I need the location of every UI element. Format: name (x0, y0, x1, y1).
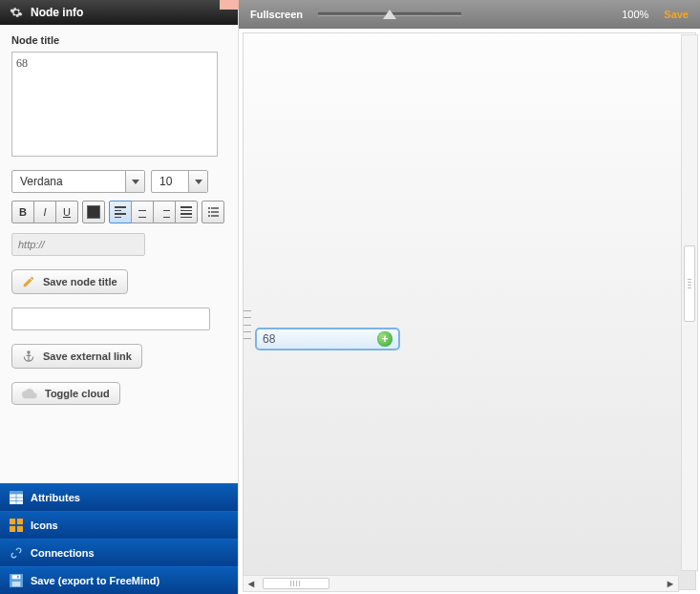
node-title-textarea[interactable] (11, 52, 218, 157)
accordion-save-export[interactable]: Save (export to FreeMind) (0, 566, 238, 594)
font-family-value: Verdana (12, 171, 125, 192)
align-left-button[interactable] (109, 201, 132, 223)
toggle-cloud-button[interactable]: Toggle cloud (11, 382, 120, 405)
italic-button[interactable]: I (33, 201, 56, 223)
accordion-connections-label: Connections (31, 547, 95, 559)
accordion-connections[interactable]: Connections (0, 539, 238, 566)
accordion-icons-label: Icons (31, 520, 58, 531)
align-center-button[interactable] (131, 201, 154, 223)
accordion: Attributes Icons Connections Save (expor… (0, 483, 238, 594)
svg-point-4 (208, 215, 210, 217)
accordion-attributes[interactable]: Attributes (0, 483, 238, 511)
align-right-button[interactable] (153, 201, 176, 223)
svg-rect-5 (211, 215, 219, 216)
accordion-save-export-label: Save (export to FreeMind) (31, 575, 159, 586)
accordion-icons[interactable]: Icons (0, 511, 238, 539)
canvas-topbar: Fullscreen 100% Save (239, 0, 700, 29)
cloud-icon (22, 388, 37, 399)
save-button[interactable]: Save (664, 9, 689, 20)
font-row: Verdana 10 (11, 170, 226, 193)
panel-header-title: Node info (31, 6, 83, 19)
bold-button[interactable]: B (11, 201, 34, 223)
mindmap-node[interactable]: 68 + (255, 328, 400, 350)
svg-rect-17 (12, 582, 21, 586)
text-color-button[interactable] (82, 201, 105, 223)
anchor-icon (22, 350, 35, 363)
font-family-select[interactable]: Verdana (11, 170, 145, 193)
svg-rect-13 (10, 526, 15, 532)
sidebar-grip-icon[interactable] (244, 310, 251, 339)
vertical-scroll-thumb[interactable] (684, 245, 695, 322)
link-icon (10, 546, 23, 560)
vertical-scrollbar[interactable] (681, 34, 698, 571)
svg-rect-14 (17, 526, 23, 532)
svg-point-0 (208, 207, 210, 209)
zoom-slider[interactable] (318, 12, 461, 16)
svg-rect-12 (17, 519, 23, 524)
list-button[interactable] (202, 201, 224, 223)
node-title-label: Node title (11, 34, 226, 46)
font-size-value: 10 (152, 171, 188, 192)
save-external-link-button[interactable]: Save external link (11, 344, 142, 369)
grid-icon (10, 519, 23, 532)
toggle-cloud-label: Toggle cloud (45, 388, 110, 399)
panel-header-node-info[interactable]: Node info (0, 0, 238, 25)
save-external-link-label: Save external link (43, 350, 132, 362)
table-icon (10, 491, 23, 504)
zoom-thumb[interactable] (383, 10, 396, 19)
fullscreen-label: Fullscreen (250, 9, 303, 20)
canvas-body[interactable]: 68 + (243, 32, 696, 590)
panel-body: Node title Verdana 10 B I U (0, 25, 238, 483)
font-size-select[interactable]: 10 (151, 170, 208, 193)
scroll-left-icon[interactable]: ◄ (244, 576, 259, 591)
pencil-icon (22, 275, 35, 288)
svg-point-2 (208, 211, 210, 213)
svg-rect-11 (10, 519, 15, 524)
url-input-disabled (11, 233, 145, 256)
format-toolbar: B I U (11, 201, 226, 223)
underline-button[interactable]: U (55, 201, 78, 223)
scroll-right-icon[interactable]: ► (663, 576, 678, 591)
save-node-title-label: Save node title (43, 276, 117, 287)
fullscreen-button[interactable]: Fullscreen (250, 9, 303, 20)
gear-icon (10, 6, 23, 19)
chevron-down-icon (125, 171, 144, 192)
align-justify-button[interactable] (175, 201, 198, 223)
sidebar: Node info Node title Verdana 10 B I (0, 0, 239, 594)
app-root: Node info Node title Verdana 10 B I (0, 0, 700, 594)
horizontal-scrollbar[interactable]: ◄ ► (243, 575, 679, 592)
node-text: 68 (263, 332, 275, 346)
svg-rect-3 (211, 211, 219, 212)
plus-icon[interactable]: + (377, 331, 392, 347)
svg-rect-16 (12, 575, 21, 579)
chevron-down-icon (188, 171, 207, 192)
accordion-attributes-label: Attributes (31, 492, 80, 503)
external-link-input[interactable] (11, 308, 210, 330)
svg-rect-18 (17, 576, 19, 579)
horizontal-scroll-thumb[interactable] (263, 578, 329, 589)
zoom-percent-label: 100% (622, 9, 648, 20)
save-node-title-button[interactable]: Save node title (11, 269, 128, 294)
canvas-zone: Fullscreen 100% Save 68 + ◄ ► (239, 0, 700, 594)
svg-rect-1 (211, 207, 219, 208)
disk-icon (10, 574, 23, 587)
